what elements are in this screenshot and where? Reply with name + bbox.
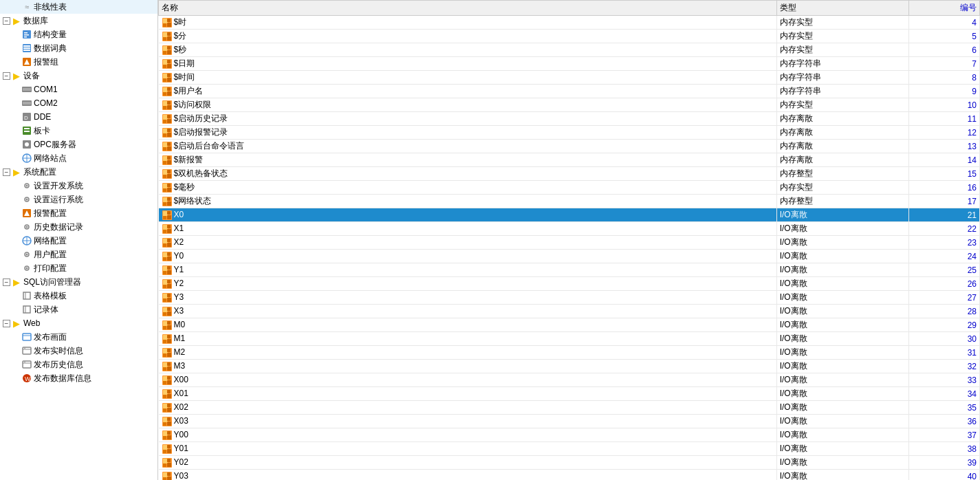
cell-num: 15 (909, 167, 980, 181)
table-row[interactable]: Y02I/O离散39 (159, 456, 980, 470)
sidebar-item-devsetup[interactable]: 设置开发系统 (0, 179, 157, 193)
table-row[interactable]: $分内存实型5 (159, 30, 980, 43)
table-row[interactable]: Y3I/O离散27 (159, 291, 980, 305)
svg-rect-111 (163, 188, 166, 192)
expand-icon-database[interactable]: − (3, 17, 10, 25)
sidebar-item-opc[interactable]: OPC服务器 (0, 138, 157, 151)
table-row[interactable]: Y03I/O离散40 (159, 470, 980, 481)
svg-rect-79 (163, 101, 168, 106)
svg-rect-107 (167, 170, 171, 173)
table-row[interactable]: X0I/O离散21 (159, 208, 980, 222)
table-row[interactable]: M1I/O离散30 (159, 332, 980, 346)
svg-rect-116 (163, 202, 166, 206)
svg-rect-174 (163, 362, 168, 367)
svg-rect-69 (163, 74, 168, 78)
table-row[interactable]: $访问权限内存实型10 (159, 98, 980, 112)
table-row[interactable]: $网络状态内存整型17 (159, 195, 980, 208)
table-row[interactable]: X01I/O离散34 (159, 387, 980, 401)
table-row[interactable]: $用户名内存字符串9 (159, 85, 980, 98)
icon-database: ▶ (11, 15, 22, 26)
sidebar-item-device[interactable]: −▶设备 (0, 69, 157, 83)
expand-icon-sqlmgr[interactable]: − (3, 279, 10, 286)
sidebar-item-alarmcfg[interactable]: 报警配置 (0, 206, 157, 220)
sidebar-item-board[interactable]: 板卡 (0, 124, 157, 138)
svg-rect-216 (163, 477, 166, 481)
table-row[interactable]: Y01I/O离散38 (159, 442, 980, 456)
cell-type: I/O离散 (776, 208, 909, 222)
table-row[interactable]: X1I/O离散22 (159, 222, 980, 236)
svg-rect-99 (163, 156, 168, 161)
data-table[interactable]: 名称 类型 编号 $时内存实型4 $分内存实型5 $秒内存实型6 $日期内存字符… (158, 0, 980, 480)
svg-rect-196 (163, 422, 166, 426)
sidebar-item-nonlinear[interactable]: ≈非线性表 (0, 0, 157, 14)
sidebar-item-com1[interactable]: COM1 (0, 83, 157, 96)
svg-rect-165 (167, 339, 171, 343)
sidebar-item-runsetup[interactable]: 设置运行系统 (0, 193, 157, 206)
sidebar-item-dde[interactable]: DDDE (0, 110, 157, 124)
table-row[interactable]: M0I/O离散29 (159, 318, 980, 332)
cell-name: $访问权限 (159, 98, 777, 112)
sidebar-item-database[interactable]: −▶数据库 (0, 14, 157, 28)
table-row[interactable]: $时内存实型4 (159, 16, 980, 30)
svg-rect-100 (167, 160, 171, 164)
sidebar-item-netcfg[interactable]: 网络配置 (0, 234, 157, 248)
sidebar-item-data-dict[interactable]: 数据词典 (0, 41, 157, 55)
sidebar-item-printcfg[interactable]: 打印配置 (0, 261, 157, 275)
svg-rect-147 (167, 280, 171, 283)
table-row[interactable]: $日期内存字符串7 (159, 57, 980, 71)
svg-rect-90 (167, 133, 171, 137)
sidebar-item-netsite[interactable]: 网络站点 (0, 151, 157, 165)
sidebar-item-tabletpl[interactable]: 表格模板 (0, 289, 157, 303)
cell-name: $启动历史记录 (159, 112, 777, 126)
table-row[interactable]: $新报警内存离散14 (159, 153, 980, 167)
table-row[interactable]: $启动历史记录内存离散11 (159, 112, 980, 126)
table-row[interactable]: M3I/O离散32 (159, 360, 980, 373)
sidebar-item-sqlmgr[interactable]: −▶SQL访问管理器 (0, 275, 157, 289)
table-row[interactable]: $双机热备状态内存整型15 (159, 167, 980, 181)
table-row[interactable]: M2I/O离散31 (159, 346, 980, 360)
svg-rect-140 (167, 270, 171, 274)
expand-icon-device[interactable]: − (3, 72, 10, 80)
table-row[interactable]: $启动报警记录内存离散12 (159, 126, 980, 140)
sidebar-item-web[interactable]: −▶Web (0, 316, 157, 330)
cell-type: 内存实型 (776, 181, 909, 195)
sidebar-item-pubhistory[interactable]: 发布历史信息 (0, 358, 157, 371)
table-row[interactable]: X2I/O离散23 (159, 236, 980, 250)
table-row[interactable]: Y00I/O离散37 (159, 428, 980, 442)
table-row[interactable]: X3I/O离散28 (159, 305, 980, 318)
sidebar-item-histdata[interactable]: 历史数据记录 (0, 220, 157, 234)
svg-rect-204 (163, 445, 168, 450)
table-row[interactable]: X03I/O离散36 (159, 415, 980, 428)
sidebar-item-struct-var[interactable]: 结构变量 (0, 28, 157, 41)
cell-type: 内存字符串 (776, 85, 909, 98)
table-row[interactable]: Y2I/O离散26 (159, 277, 980, 291)
svg-text:W: W (25, 375, 31, 382)
table-row[interactable]: Y0I/O离散24 (159, 250, 980, 263)
sidebar-item-pubrealtime[interactable]: 发布实时信息 (0, 344, 157, 358)
expand-icon-syscfg[interactable]: − (3, 168, 10, 176)
svg-rect-77 (167, 87, 171, 91)
sidebar-item-report-group[interactable]: 报警组 (0, 55, 157, 69)
label-usercfg: 用户配置 (34, 249, 67, 261)
table-row[interactable]: $毫秒内存实型16 (159, 181, 980, 195)
table-row[interactable]: $时间内存字符串8 (159, 71, 980, 85)
svg-rect-154 (163, 307, 168, 312)
table-row[interactable]: X00I/O离散33 (159, 373, 980, 387)
svg-rect-212 (167, 459, 171, 462)
expand-icon-web[interactable]: − (3, 320, 10, 327)
table-row[interactable]: $秒内存实型6 (159, 43, 980, 57)
sidebar-item-pubdb[interactable]: W发布数据库信息 (0, 371, 157, 385)
svg-rect-76 (163, 92, 166, 96)
sidebar-item-syscfg[interactable]: −▶系统配置 (0, 165, 157, 179)
label-database: 数据库 (23, 15, 48, 27)
table-row[interactable]: $启动后台命令语言内存离散13 (159, 140, 980, 153)
sidebar[interactable]: ≈非线性表−▶数据库结构变量数据词典报警组−▶设备COM1COM2DDDE板卡O… (0, 0, 158, 480)
svg-point-32 (26, 254, 28, 256)
sidebar-item-recorder[interactable]: 记录体 (0, 303, 157, 316)
table-row[interactable]: X02I/O离散35 (159, 401, 980, 415)
svg-rect-150 (167, 298, 171, 302)
sidebar-item-com2[interactable]: COM2 (0, 96, 157, 110)
table-row[interactable]: Y1I/O离散25 (159, 263, 980, 277)
sidebar-item-usercfg[interactable]: 用户配置 (0, 248, 157, 261)
sidebar-item-pubscreen[interactable]: 发布画面 (0, 330, 157, 344)
